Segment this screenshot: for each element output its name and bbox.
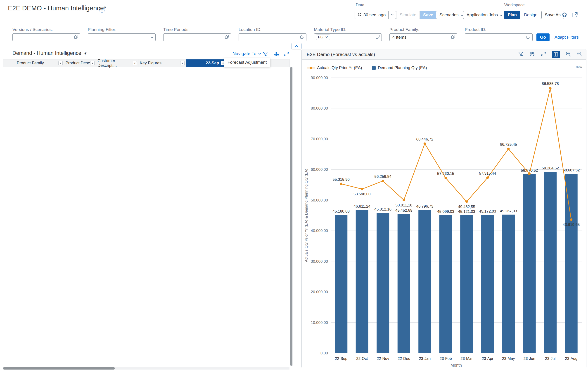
application-jobs-button[interactable]: Application Jobs bbox=[463, 11, 506, 19]
forecast-adjustment-popup[interactable]: Forecast Adjustment bbox=[224, 58, 270, 67]
svg-text:0,00: 0,00 bbox=[320, 351, 328, 355]
svg-text:20.000,00: 20.000,00 bbox=[311, 290, 328, 294]
svg-text:90.000,00: 90.000,00 bbox=[311, 76, 328, 80]
scrollbar-thumb[interactable] bbox=[290, 67, 293, 366]
filter-input-product-id[interactable] bbox=[465, 33, 533, 41]
application-jobs-label: Application Jobs bbox=[467, 12, 498, 17]
header-product-desc[interactable]: Product Desc▼ bbox=[64, 60, 96, 67]
chevron-down-icon[interactable] bbox=[150, 35, 154, 40]
refresh-dropdown[interactable] bbox=[388, 11, 396, 19]
table-title: Demand - Human Intelligence✶ bbox=[12, 50, 87, 56]
header-customer-description[interactable]: Customer Descripti...▼ bbox=[96, 60, 138, 67]
title-chevron-icon[interactable] bbox=[99, 7, 105, 13]
collapse-filter-button[interactable] bbox=[291, 43, 302, 49]
column-filter-icon[interactable]: ▼ bbox=[90, 61, 94, 65]
table-settings-icon[interactable] bbox=[274, 51, 280, 58]
plan-tab[interactable]: Plan bbox=[504, 11, 520, 19]
svg-text:80.000,00: 80.000,00 bbox=[311, 106, 328, 110]
filter-input-time-periods[interactable] bbox=[163, 33, 231, 41]
value-help-icon[interactable] bbox=[225, 35, 229, 40]
value-help-icon[interactable] bbox=[74, 35, 78, 40]
filter-label-product-family: Product Family: bbox=[389, 27, 419, 32]
line-series-icon bbox=[307, 66, 315, 70]
chart-expand-icon[interactable] bbox=[541, 51, 546, 58]
save-button[interactable]: Save bbox=[420, 11, 436, 19]
simulate-button[interactable]: Simulate bbox=[396, 11, 420, 19]
adapt-filters-link[interactable]: Adapt Filters bbox=[555, 35, 579, 40]
svg-text:57.315,44: 57.315,44 bbox=[479, 171, 496, 176]
chart-table-view-toggle[interactable] bbox=[552, 51, 560, 58]
svg-text:68.446,72: 68.446,72 bbox=[416, 137, 433, 141]
svg-text:23-Apr: 23-Apr bbox=[482, 356, 493, 361]
svg-text:55.315,96: 55.315,96 bbox=[332, 177, 350, 182]
legend-item-actuals[interactable]: Actuals Qty Prior Yr (EA) bbox=[307, 66, 362, 70]
filter-input-versions-scenarios[interactable] bbox=[12, 33, 80, 41]
navigate-to-menu[interactable]: Navigate To bbox=[232, 51, 261, 56]
svg-text:10.000,00: 10.000,00 bbox=[311, 320, 328, 325]
remove-token-icon[interactable]: ✕ bbox=[325, 35, 328, 40]
design-tab[interactable]: Design bbox=[520, 11, 541, 19]
table-vertical-scrollbar[interactable] bbox=[290, 67, 293, 366]
svg-text:45.121,03: 45.121,03 bbox=[458, 210, 475, 214]
chart-title: E2E Demo (Forecast vs actuals) bbox=[307, 52, 375, 57]
svg-text:53.598,00: 53.598,00 bbox=[354, 192, 371, 196]
scrollbar-thumb[interactable] bbox=[3, 367, 115, 370]
forecast-chart[interactable]: 0,0010.000,0020.000,0030.000,0040.000,00… bbox=[304, 71, 584, 369]
value-help-icon[interactable] bbox=[526, 35, 531, 40]
svg-text:22-Sep: 22-Sep bbox=[335, 356, 347, 361]
svg-text:22-Nov: 22-Nov bbox=[377, 356, 389, 361]
value-help-icon[interactable] bbox=[375, 35, 380, 40]
go-button[interactable]: Go bbox=[536, 33, 550, 41]
filter-token[interactable]: FG✕ bbox=[316, 35, 330, 40]
chart-settings-icon[interactable] bbox=[529, 51, 535, 58]
svg-text:50.000,00: 50.000,00 bbox=[311, 198, 328, 202]
header-period-22-sep[interactable]: 22-Sep▼ bbox=[186, 60, 227, 67]
svg-text:45.180,03: 45.180,03 bbox=[332, 209, 350, 213]
header-period-clipped[interactable] bbox=[267, 60, 289, 67]
filter-label-material-type-id: Material Type ID: bbox=[314, 27, 346, 32]
value-help-icon[interactable] bbox=[451, 35, 455, 40]
header-product-family[interactable]: Product Family▼ bbox=[15, 60, 64, 67]
column-filter-icon[interactable]: ▼ bbox=[58, 61, 63, 65]
share-export-icon[interactable] bbox=[572, 12, 578, 19]
legend-item-demand-planning[interactable]: Demand Planning Qty (EA) bbox=[372, 66, 427, 70]
chart-zoom-in-icon[interactable] bbox=[565, 51, 571, 58]
scenarios-button[interactable]: Scenarios bbox=[436, 11, 467, 19]
svg-text:40.000,00: 40.000,00 bbox=[311, 229, 328, 233]
filter-input-material-type-id[interactable]: FG✕ bbox=[314, 33, 382, 41]
svg-text:45.267,03: 45.267,03 bbox=[500, 209, 517, 213]
column-filter-icon[interactable]: ▼ bbox=[180, 61, 185, 65]
table-horizontal-scrollbar[interactable] bbox=[3, 367, 289, 370]
chart-filter-icon[interactable] bbox=[518, 51, 524, 58]
table-filter-icon[interactable] bbox=[262, 51, 268, 58]
column-filter-icon[interactable]: ▼ bbox=[133, 61, 137, 65]
svg-text:58.570,52: 58.570,52 bbox=[521, 168, 538, 173]
header-key-figures[interactable]: Key Figures▼ bbox=[138, 60, 186, 67]
svg-text:23-Jul: 23-Jul bbox=[545, 356, 556, 361]
filter-label-versions-scenarios: Versions / Scenarios: bbox=[12, 27, 53, 32]
chart-legend: Actuals Qty Prior Yr (EA) Demand Plannin… bbox=[307, 66, 427, 70]
filter-input-product-family[interactable]: 4 Items bbox=[389, 33, 457, 41]
refresh-button[interactable]: 30 sec. ago bbox=[355, 11, 396, 19]
save-as-button[interactable]: Save As bbox=[541, 11, 564, 19]
settings-gear-icon[interactable] bbox=[561, 12, 568, 19]
filter-input-location-id[interactable] bbox=[239, 33, 306, 41]
svg-text:23-May: 23-May bbox=[502, 356, 515, 361]
filter-input-planning-filter[interactable] bbox=[88, 33, 156, 41]
svg-text:22-Dec: 22-Dec bbox=[398, 356, 410, 361]
filter-label-time-periods: Time Periods: bbox=[163, 27, 190, 32]
svg-text:46.796,73: 46.796,73 bbox=[416, 204, 433, 209]
svg-text:60.000,00: 60.000,00 bbox=[311, 167, 328, 172]
filter-label-product-id: Product ID: bbox=[465, 27, 486, 32]
workspace-group-label: Workspace bbox=[504, 3, 525, 8]
svg-text:86.585,78: 86.585,78 bbox=[542, 81, 559, 86]
table-expand-icon[interactable] bbox=[284, 51, 289, 58]
svg-text:57.230,15: 57.230,15 bbox=[437, 171, 454, 176]
svg-text:Actuals Qty Prior Yr (EA) & De: Actuals Qty Prior Yr (EA) & Demand Plann… bbox=[304, 169, 308, 262]
svg-text:23-Jan: 23-Jan bbox=[419, 356, 430, 361]
value-help-icon[interactable] bbox=[300, 35, 304, 40]
svg-text:59.284,52: 59.284,52 bbox=[542, 166, 559, 170]
chart-zoom-out-icon[interactable] bbox=[577, 51, 583, 58]
chevron-down-icon bbox=[500, 12, 503, 17]
svg-text:23-Mar: 23-Mar bbox=[461, 356, 473, 361]
